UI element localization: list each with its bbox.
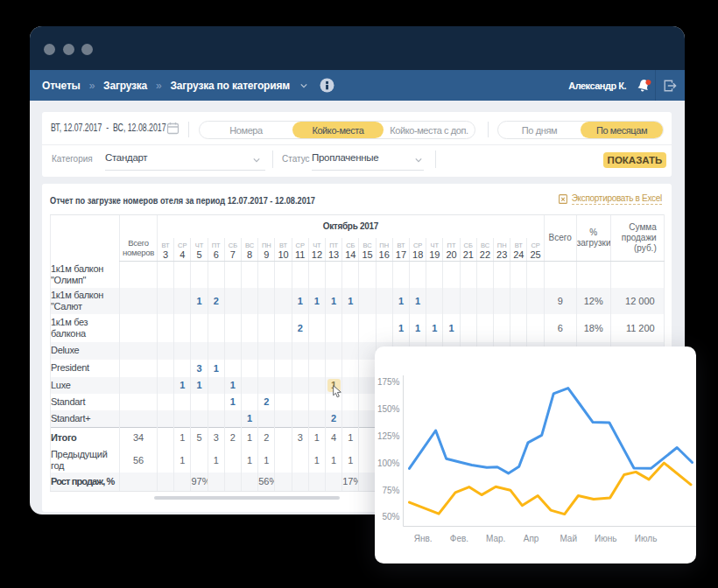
svg-text:Янв.: Янв.: [414, 534, 433, 543]
svg-text:175%: 175%: [377, 377, 400, 387]
svg-text:100%: 100%: [377, 458, 400, 468]
svg-text:150%: 150%: [377, 404, 400, 414]
svg-text:125%: 125%: [377, 431, 400, 441]
svg-text:Июнь: Июнь: [595, 534, 616, 543]
svg-text:50%: 50%: [382, 512, 399, 522]
svg-text:Апр: Апр: [524, 534, 539, 543]
svg-text:Май: Май: [560, 534, 577, 543]
svg-text:Июль: Июль: [635, 534, 658, 543]
svg-text:Мар.: Мар.: [486, 534, 505, 543]
svg-text:Фев.: Фев.: [450, 534, 468, 543]
svg-text:75%: 75%: [382, 486, 399, 495]
